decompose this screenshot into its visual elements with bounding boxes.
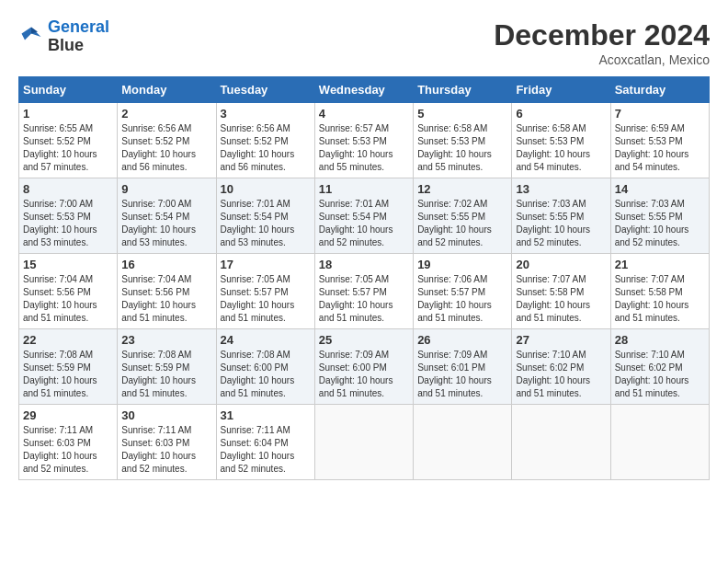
day-info: Sunrise: 7:05 AM Sunset: 5:57 PM Dayligh…	[319, 273, 409, 325]
day-info: Sunrise: 7:00 AM Sunset: 5:54 PM Dayligh…	[121, 198, 211, 249]
calendar-header-row: Sunday Monday Tuesday Wednesday Thursday…	[19, 77, 710, 103]
col-tuesday: Tuesday	[216, 77, 314, 103]
day-info: Sunrise: 6:57 AM Sunset: 5:53 PM Dayligh…	[319, 122, 409, 174]
day-info: Sunrise: 7:07 AM Sunset: 5:58 PM Dayligh…	[615, 273, 705, 325]
day-number: 24	[221, 333, 311, 347]
calendar-cell: 12 Sunrise: 7:02 AM Sunset: 5:55 PM Dayl…	[414, 178, 512, 254]
day-number: 4	[319, 107, 409, 121]
day-info: Sunrise: 7:08 AM Sunset: 5:59 PM Dayligh…	[23, 349, 113, 400]
day-info: Sunrise: 7:11 AM Sunset: 6:03 PM Dayligh…	[23, 424, 113, 476]
calendar-table: Sunday Monday Tuesday Wednesday Thursday…	[18, 76, 710, 480]
day-number: 20	[516, 258, 606, 271]
day-number: 3	[221, 107, 311, 121]
col-sunday: Sunday	[19, 77, 118, 103]
calendar-cell: 3 Sunrise: 6:56 AM Sunset: 5:52 PM Dayli…	[216, 103, 314, 178]
calendar-cell: 14 Sunrise: 7:03 AM Sunset: 5:55 PM Dayl…	[610, 178, 709, 254]
day-number: 8	[23, 182, 113, 196]
calendar-cell: 7 Sunrise: 6:59 AM Sunset: 5:53 PM Dayli…	[610, 103, 709, 178]
col-saturday: Saturday	[610, 77, 709, 103]
day-number: 15	[23, 258, 113, 271]
calendar-cell	[414, 405, 512, 480]
calendar-cell: 1 Sunrise: 6:55 AM Sunset: 5:52 PM Dayli…	[19, 103, 118, 178]
calendar-cell: 25 Sunrise: 7:09 AM Sunset: 6:00 PM Dayl…	[314, 329, 413, 405]
day-number: 23	[121, 333, 211, 347]
calendar-cell: 6 Sunrise: 6:58 AM Sunset: 5:53 PM Dayli…	[512, 103, 610, 178]
calendar-cell: 26 Sunrise: 7:09 AM Sunset: 6:01 PM Dayl…	[414, 329, 512, 405]
calendar-cell: 15 Sunrise: 7:04 AM Sunset: 5:56 PM Dayl…	[19, 254, 118, 329]
col-wednesday: Wednesday	[314, 77, 413, 103]
day-number: 11	[319, 182, 409, 196]
calendar-cell: 20 Sunrise: 7:07 AM Sunset: 5:58 PM Dayl…	[512, 254, 610, 329]
day-number: 10	[221, 182, 311, 196]
day-number: 31	[221, 408, 311, 422]
calendar-cell: 11 Sunrise: 7:01 AM Sunset: 5:54 PM Dayl…	[314, 178, 413, 254]
calendar-cell: 8 Sunrise: 7:00 AM Sunset: 5:53 PM Dayli…	[19, 178, 118, 254]
calendar-cell	[512, 405, 610, 480]
day-number: 25	[319, 333, 409, 347]
calendar-cell: 27 Sunrise: 7:10 AM Sunset: 6:02 PM Dayl…	[512, 329, 610, 405]
day-info: Sunrise: 7:06 AM Sunset: 5:57 PM Dayligh…	[417, 273, 507, 325]
day-number: 22	[23, 333, 113, 347]
day-number: 19	[417, 258, 507, 271]
day-number: 6	[516, 107, 606, 121]
day-number: 13	[516, 182, 606, 196]
day-number: 27	[516, 333, 606, 347]
calendar-cell: 13 Sunrise: 7:03 AM Sunset: 5:55 PM Dayl…	[512, 178, 610, 254]
day-info: Sunrise: 7:03 AM Sunset: 5:55 PM Dayligh…	[615, 198, 705, 249]
calendar-week-row: 22 Sunrise: 7:08 AM Sunset: 5:59 PM Dayl…	[19, 329, 710, 405]
day-number: 16	[121, 258, 211, 271]
logo: General Blue	[18, 18, 109, 55]
day-info: Sunrise: 7:01 AM Sunset: 5:54 PM Dayligh…	[221, 198, 311, 249]
day-info: Sunrise: 7:04 AM Sunset: 5:56 PM Dayligh…	[23, 273, 113, 325]
logo-text: General Blue	[48, 18, 109, 55]
day-info: Sunrise: 7:11 AM Sunset: 6:04 PM Dayligh…	[221, 424, 311, 476]
calendar-cell: 18 Sunrise: 7:05 AM Sunset: 5:57 PM Dayl…	[314, 254, 413, 329]
calendar-cell: 4 Sunrise: 6:57 AM Sunset: 5:53 PM Dayli…	[314, 103, 413, 178]
day-number: 12	[417, 182, 507, 196]
calendar-cell: 9 Sunrise: 7:00 AM Sunset: 5:54 PM Dayli…	[118, 178, 216, 254]
day-number: 30	[121, 408, 211, 422]
day-info: Sunrise: 7:07 AM Sunset: 5:58 PM Dayligh…	[516, 273, 606, 325]
day-number: 29	[23, 408, 113, 422]
day-info: Sunrise: 7:01 AM Sunset: 5:54 PM Dayligh…	[319, 198, 409, 249]
day-number: 21	[615, 258, 705, 271]
col-monday: Monday	[118, 77, 216, 103]
day-number: 5	[417, 107, 507, 121]
month-title: December 2024	[494, 18, 710, 52]
calendar-cell: 31 Sunrise: 7:11 AM Sunset: 6:04 PM Dayl…	[216, 405, 314, 480]
day-number: 9	[121, 182, 211, 196]
day-info: Sunrise: 7:11 AM Sunset: 6:03 PM Dayligh…	[121, 424, 211, 476]
day-info: Sunrise: 7:10 AM Sunset: 6:02 PM Dayligh…	[615, 349, 705, 400]
calendar-cell: 23 Sunrise: 7:08 AM Sunset: 5:59 PM Dayl…	[118, 329, 216, 405]
page-header: General Blue December 2024 Acoxcatlan, M…	[18, 18, 710, 67]
calendar-cell: 5 Sunrise: 6:58 AM Sunset: 5:53 PM Dayli…	[414, 103, 512, 178]
day-number: 14	[615, 182, 705, 196]
day-info: Sunrise: 7:04 AM Sunset: 5:56 PM Dayligh…	[121, 273, 211, 325]
day-number: 7	[615, 107, 705, 121]
day-info: Sunrise: 6:58 AM Sunset: 5:53 PM Dayligh…	[417, 122, 507, 174]
calendar-cell: 29 Sunrise: 7:11 AM Sunset: 6:03 PM Dayl…	[19, 405, 118, 480]
calendar-week-row: 8 Sunrise: 7:00 AM Sunset: 5:53 PM Dayli…	[19, 178, 710, 254]
day-info: Sunrise: 7:00 AM Sunset: 5:53 PM Dayligh…	[23, 198, 113, 249]
day-number: 28	[615, 333, 705, 347]
day-number: 26	[417, 333, 507, 347]
calendar-week-row: 15 Sunrise: 7:04 AM Sunset: 5:56 PM Dayl…	[19, 254, 710, 329]
day-info: Sunrise: 7:08 AM Sunset: 6:00 PM Dayligh…	[221, 349, 311, 400]
day-info: Sunrise: 6:56 AM Sunset: 5:52 PM Dayligh…	[121, 122, 211, 174]
calendar-cell: 30 Sunrise: 7:11 AM Sunset: 6:03 PM Dayl…	[118, 405, 216, 480]
day-number: 1	[23, 107, 113, 121]
day-info: Sunrise: 6:59 AM Sunset: 5:53 PM Dayligh…	[615, 122, 705, 174]
location: Acoxcatlan, Mexico	[494, 52, 710, 67]
calendar-week-row: 1 Sunrise: 6:55 AM Sunset: 5:52 PM Dayli…	[19, 103, 710, 178]
calendar-cell: 16 Sunrise: 7:04 AM Sunset: 5:56 PM Dayl…	[118, 254, 216, 329]
calendar-week-row: 29 Sunrise: 7:11 AM Sunset: 6:03 PM Dayl…	[19, 405, 710, 480]
day-info: Sunrise: 7:09 AM Sunset: 6:00 PM Dayligh…	[319, 349, 409, 400]
calendar-cell: 2 Sunrise: 6:56 AM Sunset: 5:52 PM Dayli…	[118, 103, 216, 178]
day-info: Sunrise: 7:09 AM Sunset: 6:01 PM Dayligh…	[417, 349, 507, 400]
title-block: December 2024 Acoxcatlan, Mexico	[494, 18, 710, 67]
day-number: 17	[221, 258, 311, 271]
day-info: Sunrise: 7:08 AM Sunset: 5:59 PM Dayligh…	[121, 349, 211, 400]
calendar-cell	[314, 405, 413, 480]
col-thursday: Thursday	[414, 77, 512, 103]
calendar-cell	[610, 405, 709, 480]
